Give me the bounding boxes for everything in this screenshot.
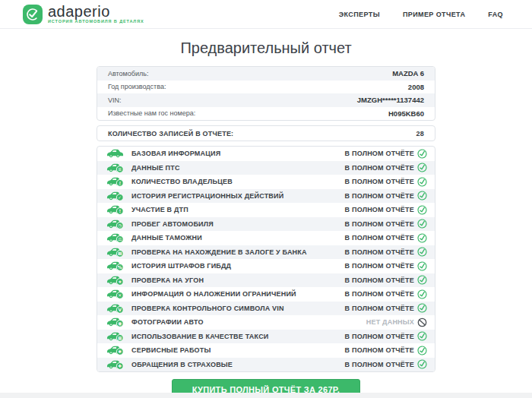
report-section-row[interactable]: ! УЧАСТИЕ В ДТП В ПОЛНОМ ОТЧЁТЕ	[97, 203, 435, 217]
section-status-text: В ПОЛНОМ ОТЧЁТЕ	[345, 164, 414, 172]
check-circle-icon	[417, 275, 427, 285]
report-section-row[interactable]: ⚖ ДАННЫЕ ТАМОЖНИ В ПОЛНОМ ОТЧЁТЕ	[97, 231, 435, 245]
section-status: В ПОЛНОМ ОТЧЁТЕ	[345, 163, 427, 172]
svg-text:V: V	[119, 308, 122, 312]
report-section-row[interactable]: ◷ ПРОБЕГ АВТОМОБИЛЯ В ПОЛНОМ ОТЧЁТЕ	[97, 217, 435, 232]
section-status-text: В ПОЛНОМ ОТЧЁТЕ	[345, 262, 414, 270]
check-circle-icon	[417, 205, 427, 215]
svg-text:✕: ✕	[118, 293, 122, 298]
check-circle-icon	[417, 149, 427, 159]
section-status: В ПОЛНОМ ОТЧЁТЕ	[345, 261, 427, 271]
no-data-ban-icon	[417, 317, 427, 327]
svg-text:◷: ◷	[118, 223, 122, 228]
section-status-text: В ПОЛНОМ ОТЧЁТЕ	[345, 220, 414, 228]
car-accident-icon: !	[106, 204, 126, 215]
main-nav: ЭКСПЕРТЫ ПРИМЕР ОТЧЕТА FAQ	[339, 11, 503, 18]
section-status-text: В ПОЛНОМ ОТЧЁТЕ	[345, 178, 414, 185]
check-circle-icon	[417, 247, 427, 257]
section-status: НЕТ ДАННЫХ	[366, 317, 427, 327]
report-section-row[interactable]: ⚷ КОЛИЧЕСТВО ВЛАДЕЛЬЦЕВ В ПОЛНОМ ОТЧЁТЕ	[97, 175, 435, 189]
car-mileage-icon: ◷	[106, 219, 126, 229]
svg-text:✚: ✚	[118, 364, 122, 368]
svg-text:≡: ≡	[118, 167, 122, 172]
section-status-text: В ПОЛНОМ ОТЧЁТЕ	[345, 248, 414, 256]
report-section-row[interactable]: ✓ ИСТОРИЯ РЕГИСТРАЦИОННЫХ ДЕЙСТВИЙ В ПОЛ…	[97, 189, 435, 204]
taxi-icon: ▦	[106, 331, 126, 342]
section-label: ДАННЫЕ ПТС	[131, 164, 180, 172]
section-status: В ПОЛНОМ ОТЧЁТЕ	[345, 275, 427, 285]
brand-name: adaperio	[48, 4, 144, 19]
vehicle-info-value: 2008	[408, 83, 424, 91]
section-label: ОБРАЩЕНИЯ В СТРАХОВЫЕ	[131, 361, 233, 368]
svg-text:✱: ✱	[118, 349, 122, 354]
svg-text:⚖: ⚖	[118, 237, 122, 242]
check-circle-icon	[417, 303, 427, 313]
car-bank-pledge-icon: Ⅲ	[106, 247, 126, 257]
records-count-card: КОЛИЧЕСТВО ЗАПИСЕЙ В ОТЧЕТЕ: 28	[97, 125, 435, 141]
section-status: В ПОЛНОМ ОТЧЁТЕ	[345, 331, 427, 341]
car-pts-document-icon: ≡	[106, 163, 126, 173]
section-label: ИНФОРМАЦИЯ О НАЛОЖЕНИИ ОГРАНИЧЕНИЙ	[131, 290, 296, 298]
section-status-text: В ПОЛНОМ ОТЧЁТЕ	[345, 234, 414, 242]
svg-text:◉: ◉	[118, 321, 122, 326]
section-status: В ПОЛНОМ ОТЧЁТЕ	[345, 346, 427, 355]
vehicle-info-row: Год производства: 2008	[97, 81, 435, 94]
svg-text:%: %	[118, 265, 122, 270]
nav-item[interactable]: ПРИМЕР ОТЧЕТА	[403, 11, 465, 18]
check-circle-icon	[417, 219, 427, 229]
report-section-row[interactable]: ▦ ИСПОЛЬЗОВАНИЕ В КАЧЕСТВЕ ТАКСИ В ПОЛНО…	[97, 330, 435, 344]
section-label: ФОТОГРАФИИ АВТО	[131, 318, 204, 326]
section-label: ПРОВЕРКА НА НАХОЖДЕНИЕ В ЗАЛОГЕ У БАНКА	[131, 248, 307, 256]
page: adaperio ИСТОРИЯ АВТОМОБИЛЯ В ДЕТАЛЯХ ЭК…	[0, 0, 532, 398]
header: adaperio ИСТОРИЯ АВТОМОБИЛЯ В ДЕТАЛЯХ ЭК…	[0, 0, 532, 29]
report-sections-card: БАЗОВАЯ ИНФОРМАЦИЯ В ПОЛНОМ ОТЧЁТЕ ≡ ДАН…	[97, 146, 435, 372]
check-circle-icon	[417, 359, 427, 369]
section-status-text: В ПОЛНОМ ОТЧЁТЕ	[345, 150, 414, 157]
nav-item[interactable]: FAQ	[488, 11, 503, 18]
check-circle-icon	[417, 346, 427, 355]
section-status-text: В ПОЛНОМ ОТЧЁТЕ	[345, 305, 414, 312]
vehicle-info-row: Автомобиль: MAZDA 6	[97, 67, 435, 81]
section-status-text: В ПОЛНОМ ОТЧЁТЕ	[345, 290, 414, 298]
report-section-row[interactable]: ≡ ДАННЫЕ ПТС В ПОЛНОМ ОТЧЁТЕ	[97, 161, 435, 175]
records-count-label: КОЛИЧЕСТВО ЗАПИСЕЙ В ОТЧЕТЕ:	[108, 130, 233, 137]
car-vin-icon: V	[106, 303, 126, 314]
check-circle-icon	[417, 331, 427, 341]
section-status: В ПОЛНОМ ОТЧЁТЕ	[345, 303, 427, 313]
section-label: ДАННЫЕ ТАМОЖНИ	[131, 234, 202, 242]
section-label: УЧАСТИЕ В ДТП	[131, 206, 188, 213]
section-label: ИСПОЛЬЗОВАНИЕ В КАЧЕСТВЕ ТАКСИ	[131, 333, 269, 340]
car-base-icon	[106, 148, 126, 159]
brand-tagline: ИСТОРИЯ АВТОМОБИЛЯ В ДЕТАЛЯХ	[48, 20, 144, 24]
svg-text:✓: ✓	[118, 195, 122, 200]
car-registration-icon: ✓	[106, 191, 126, 201]
check-circle-icon	[417, 233, 427, 243]
check-circle-icon	[417, 191, 427, 201]
vehicle-info-value: H095KB60	[388, 109, 424, 118]
report-section-row[interactable]: ◉ ФОТОГРАФИИ АВТО НЕТ ДАННЫХ	[97, 315, 435, 330]
report-section-row[interactable]: ★ ПРОВЕРКА НА УГОН В ПОЛНОМ ОТЧЁТЕ	[97, 273, 435, 288]
brand-logo[interactable]: adaperio ИСТОРИЯ АВТОМОБИЛЯ В ДЕТАЛЯХ	[23, 4, 144, 24]
report-section-row[interactable]: V ПРОВЕРКА КОНТРОЛЬНОГО СИМВОЛА VIN В ПО…	[97, 302, 435, 316]
section-label: КОЛИЧЕСТВО ВЛАДЕЛЬЦЕВ	[131, 178, 233, 185]
vehicle-info-value: MAZDA 6	[392, 69, 424, 77]
records-count-value: 28	[416, 130, 424, 137]
section-status: В ПОЛНОМ ОТЧЁТЕ	[345, 177, 427, 187]
report-section-row[interactable]: Ⅲ ПРОВЕРКА НА НАХОЖДЕНИЕ В ЗАЛОГЕ У БАНК…	[97, 245, 435, 260]
section-status-text: В ПОЛНОМ ОТЧЁТЕ	[345, 346, 414, 354]
section-status-text: В ПОЛНОМ ОТЧЁТЕ	[345, 333, 414, 340]
svg-text:!: !	[119, 209, 121, 213]
report-section-row[interactable]: % ИСТОРИЯ ШТРАФОВ ГИБДД В ПОЛНОМ ОТЧЁТЕ	[97, 259, 435, 273]
report-section-row[interactable]: ✕ ИНФОРМАЦИЯ О НАЛОЖЕНИИ ОГРАНИЧЕНИЙ В П…	[97, 287, 435, 302]
report-section-row[interactable]: ✱ СЕРВИСНЫЕ РАБОТЫ В ПОЛНОМ ОТЧЁТЕ	[97, 343, 435, 358]
section-label: ИСТОРИЯ РЕГИСТРАЦИОННЫХ ДЕЙСТВИЙ	[131, 192, 283, 200]
vehicle-info-label: Известные нам гос номера:	[108, 109, 195, 117]
section-label: ПРОВЕРКА КОНТРОЛЬНОГО СИМВОЛА VIN	[131, 305, 284, 312]
vehicle-info-value: JMZGH*****1137442	[357, 96, 424, 104]
svg-text:Ⅲ: Ⅲ	[118, 251, 122, 256]
report-section-row[interactable]: ✚ ОБРАЩЕНИЯ В СТРАХОВЫЕ В ПОЛНОМ ОТЧЁТЕ	[97, 358, 435, 372]
car-insurance-icon: ✚	[106, 359, 126, 370]
report-section-row[interactable]: БАЗОВАЯ ИНФОРМАЦИЯ В ПОЛНОМ ОТЧЁТЕ	[97, 147, 435, 161]
car-owners-key-icon: ⚷	[106, 176, 126, 187]
nav-item[interactable]: ЭКСПЕРТЫ	[339, 11, 380, 18]
